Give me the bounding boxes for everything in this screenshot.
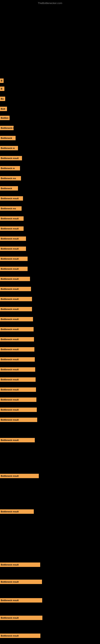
- bar-row-15: Bottleneck result: [0, 216, 24, 221]
- bar-row-11: Bottleneck res: [0, 176, 21, 180]
- bar-row-36: Bottleneck result: [0, 438, 35, 442]
- bottleneck-bar: Bottleneck result: [0, 156, 22, 160]
- bottleneck-bar: Bottleneck result: [0, 377, 36, 382]
- bar-label: Bottlen: [1, 117, 8, 119]
- bar-label: Bottleneck result: [1, 398, 19, 401]
- bottleneck-bar: Bottleneck result: [0, 562, 40, 567]
- bar-row-27: Bottleneck result: [0, 337, 34, 342]
- bar-label: B: [1, 88, 2, 90]
- bar-row-14: Bottleneck res: [0, 206, 22, 211]
- bottleneck-bar: Bottleneck result: [0, 347, 34, 352]
- bar-row-6: Bottleneck r: [0, 126, 14, 130]
- bar-row-7: Bottleneck: [0, 136, 16, 140]
- bar-row-32: Bottleneck result: [0, 388, 36, 392]
- bottleneck-bar: Bottleneck result: [0, 408, 37, 412]
- bar-label: Bottleneck result: [1, 634, 19, 637]
- bar-label: Bottleneck result: [1, 338, 19, 340]
- bar-label: Bottleneck: [1, 187, 12, 190]
- bar-row-19: Bottleneck result: [0, 256, 28, 261]
- bar-label: Bo: [1, 98, 4, 100]
- bar-row-29: Bottleneck result: [0, 357, 35, 362]
- bottleneck-bar: Bottleneck result: [0, 398, 36, 402]
- bar-row-24: Bottleneck result: [0, 307, 32, 311]
- bottleneck-bar: Bottleneck r: [0, 126, 14, 130]
- bar-label: Bottleneck result: [1, 318, 19, 320]
- bottleneck-bar: Bottleneck result: [0, 474, 39, 478]
- bottleneck-bar: Bottleneck result: [0, 256, 28, 261]
- bottleneck-bar: Bottleneck re: [0, 166, 20, 170]
- bar-row-41: Bottleneck result: [0, 598, 42, 602]
- bottleneck-bar: Bottleneck result: [0, 216, 24, 221]
- bar-row-12: Bottleneck: [0, 186, 18, 190]
- bar-label: Bottleneck result: [1, 599, 19, 602]
- bar-row-21: Bottleneck result: [0, 277, 30, 281]
- bar-label: Bottleneck result: [1, 217, 19, 220]
- bar-row-30: Bottleneck result: [0, 367, 35, 372]
- bar-row-38: Bottleneck result: [0, 509, 34, 514]
- bar-row-10: Bottleneck re: [0, 166, 20, 170]
- bottleneck-bar: Bottlen: [0, 116, 10, 120]
- bar-row-9: Bottleneck result: [0, 156, 22, 160]
- bottleneck-bar: Bottleneck result: [0, 246, 26, 251]
- bar-row-34: Bottleneck result: [0, 408, 37, 412]
- bar-row-39: Bottleneck result: [0, 562, 40, 567]
- bar-row-25: Bottleneck result: [0, 317, 33, 322]
- bottleneck-bar: Bottleneck result: [0, 226, 24, 231]
- bottleneck-bar: Bottleneck result: [0, 357, 35, 362]
- bar-row-42: Bottleneck result: [0, 616, 42, 620]
- bar-row-18: Bottleneck result: [0, 246, 26, 251]
- bar-row-33: Bottleneck result: [0, 398, 36, 402]
- bottleneck-bar: Bottleneck result: [0, 634, 40, 638]
- bottleneck-bar: Bott: [0, 107, 7, 111]
- bar-label: Bottleneck re: [1, 147, 15, 149]
- bar-row-31: Bottleneck result: [0, 377, 36, 382]
- bar-label: B: [1, 80, 2, 82]
- bottleneck-bar: Bottleneck result: [0, 297, 32, 301]
- bar-row-40: Bottleneck result: [0, 580, 42, 584]
- bar-row-5: Bottlen: [0, 116, 10, 120]
- bar-row-8: Bottleneck re: [0, 146, 18, 150]
- bar-label: Bottleneck result: [1, 617, 19, 619]
- bottleneck-bar: B: [0, 86, 4, 91]
- bottleneck-bar: Bottleneck result: [0, 277, 30, 281]
- bar-label: Bottleneck result: [1, 580, 19, 583]
- bar-label: Bottleneck result: [1, 368, 19, 371]
- bar-label: Bottleneck result: [1, 378, 19, 381]
- bar-label: Bottleneck result: [1, 197, 19, 200]
- bottleneck-bar: Bottleneck: [0, 186, 18, 190]
- bottleneck-bar: Bottleneck result: [0, 388, 36, 392]
- bottleneck-bar: Bottleneck result: [0, 267, 28, 271]
- bottleneck-bar: Bottleneck result: [0, 367, 35, 372]
- bottleneck-bar: Bottleneck result: [0, 327, 34, 332]
- bar-label: Bottleneck res: [1, 177, 16, 180]
- bar-label: Bottleneck result: [1, 278, 19, 280]
- bar-label: Bottleneck r: [1, 127, 14, 129]
- bar-label: Bottleneck: [1, 137, 12, 139]
- bottleneck-bar: Bottleneck result: [0, 236, 26, 241]
- bar-label: Bottleneck result: [1, 418, 19, 421]
- bar-row-16: Bottleneck result: [0, 226, 24, 231]
- bar-label: Bottleneck result: [1, 157, 19, 160]
- bottleneck-bar: Bottleneck result: [0, 337, 34, 342]
- site-title: TheBottlenecker.com: [38, 2, 62, 5]
- bar-label: Bottleneck result: [1, 564, 19, 566]
- bar-label: Bottleneck result: [1, 388, 19, 391]
- bar-row-35: Bottleneck result: [0, 418, 37, 422]
- bar-label: Bottleneck result: [1, 238, 19, 240]
- bar-row-22: Bottleneck result: [0, 287, 31, 291]
- bottleneck-bar: Bottleneck result: [0, 317, 33, 322]
- bar-row-28: Bottleneck result: [0, 347, 34, 352]
- bar-label: Bottleneck result: [1, 268, 19, 270]
- bottleneck-bar: Bo: [0, 96, 5, 101]
- bar-row-13: Bottleneck result: [0, 196, 23, 201]
- bar-row-23: Bottleneck result: [0, 297, 32, 301]
- bottleneck-bar: B: [0, 78, 3, 83]
- bottleneck-bar: Bottleneck result: [0, 509, 34, 514]
- bar-label: Bottleneck re: [1, 167, 15, 170]
- bottleneck-bar: Bottleneck result: [0, 418, 37, 422]
- bar-row-3: Bo: [0, 96, 5, 101]
- bottleneck-bar: Bottleneck result: [0, 196, 23, 201]
- bottleneck-bar: Bottleneck: [0, 136, 16, 140]
- bottleneck-bar: Bottleneck result: [0, 307, 32, 311]
- bar-row-26: Bottleneck result: [0, 327, 34, 332]
